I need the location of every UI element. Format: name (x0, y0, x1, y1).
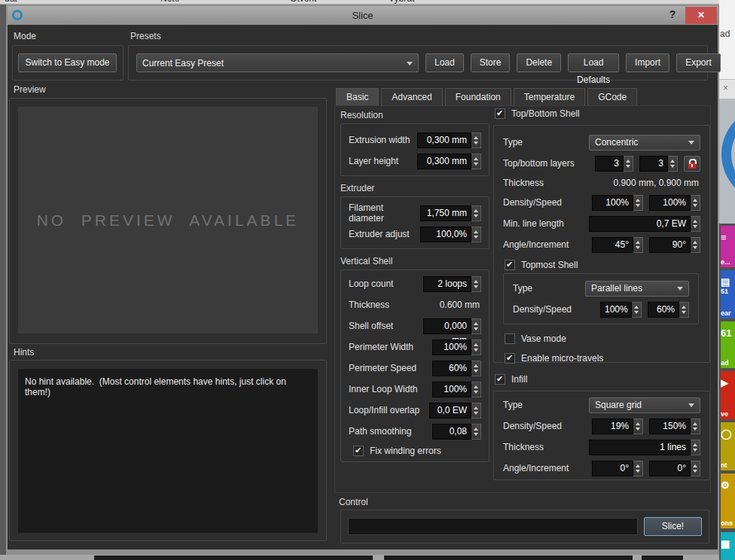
setting-row: Thickness 0.900 mm, 0.900 mm (494, 174, 709, 192)
tbs-type-combobox[interactable]: Concentric (589, 135, 700, 151)
spinner-buttons[interactable] (471, 276, 481, 292)
bg-text-fragment: Otvorit (290, 0, 316, 4)
spinner-buttons[interactable] (624, 156, 633, 172)
spinner-buttons[interactable] (691, 418, 700, 434)
spinner-buttons[interactable] (691, 237, 700, 253)
toolbar-button-print[interactable]: ◯ nt (721, 422, 735, 470)
setting-row: Top/bottom layers 3 3 (494, 153, 709, 174)
infill-speed-spinbox[interactable]: 150% (649, 418, 700, 434)
topmost-density-spinbox[interactable]: 100% (600, 302, 642, 318)
infill-type-combobox[interactable]: Square grid (589, 397, 700, 413)
topmost-shell-checkbox[interactable]: Topmost Shell (505, 260, 709, 270)
toolbar-button-clear[interactable]: ▤ 51 ear (721, 270, 735, 318)
tbs-increment-spinbox[interactable]: 90° (649, 237, 700, 253)
tab-temperature[interactable]: Temperature (514, 88, 585, 105)
titlebar[interactable]: Slice ? ✕ (8, 6, 718, 25)
spinner-buttons[interactable] (471, 403, 481, 418)
infill-thickness-spinbox[interactable]: 1 lines (589, 440, 700, 455)
close-button[interactable]: ✕ (685, 7, 717, 24)
spinner-buttons[interactable] (471, 227, 481, 242)
export-button[interactable]: Export (676, 53, 721, 72)
spinner-buttons[interactable] (633, 461, 643, 476)
load-button[interactable]: Load (425, 53, 464, 72)
spinner-buttons[interactable] (471, 205, 481, 221)
field-label: Min. line length (503, 218, 564, 229)
bg-right-panel: ad (719, 0, 735, 79)
spinner-buttons[interactable] (471, 361, 481, 376)
spinner-buttons[interactable] (691, 216, 700, 232)
filament-diameter-spinbox[interactable]: 1,750 mm (420, 205, 481, 221)
min-line-length-spinbox[interactable]: 0,7 EW (589, 216, 700, 232)
vertical-shell-group-label: Vertical Shell (340, 256, 392, 266)
load-defaults-button[interactable]: Load Defaults (568, 53, 619, 72)
toolbar-button-save[interactable]: ▶ ve (721, 371, 735, 419)
tbs-speed-spinbox[interactable]: 100% (649, 195, 700, 211)
tab-basic[interactable]: Basic (336, 88, 379, 106)
tab-foundation[interactable]: Foundation (445, 88, 511, 105)
extruder-adjust-spinbox[interactable]: 100,0% (420, 227, 481, 242)
micro-travels-checkbox[interactable]: Enable micro-travels (505, 350, 709, 367)
path-smoothing-spinbox[interactable]: 0,08 (432, 424, 481, 440)
spinner-buttons[interactable] (632, 302, 642, 318)
topmost-type-combobox[interactable]: Parallel lines (585, 281, 689, 297)
spinner-buttons[interactable] (471, 154, 481, 169)
field-value: 2 loops (423, 276, 471, 292)
delete-button[interactable]: Delete (517, 53, 561, 72)
tab-gcode[interactable]: GCode (587, 88, 637, 105)
spinner-buttons[interactable] (471, 382, 481, 397)
spinner-buttons[interactable] (471, 339, 481, 355)
settings-tabbar: Basic Advanced Foundation Temperature GC… (336, 88, 637, 106)
checkbox-icon (495, 374, 505, 385)
preset-combobox[interactable]: Current Easy Preset (136, 53, 419, 72)
preset-combobox-value: Current Easy Preset (142, 58, 224, 68)
topmost-shell-groupbox: Type Parallel lines Density/Speed 100% (503, 273, 699, 324)
spinner-buttons[interactable] (633, 418, 643, 434)
spinner-buttons[interactable] (691, 461, 700, 476)
topmost-speed-spinbox[interactable]: 60% (648, 302, 689, 318)
bottom-layers-spinbox[interactable]: 3 (639, 156, 678, 172)
tbs-angle-spinbox[interactable]: 45° (592, 237, 643, 253)
infill-angle-spinbox[interactable]: 0° (592, 461, 643, 476)
slice-button[interactable]: Slice! (644, 517, 702, 536)
spinner-buttons[interactable] (691, 440, 700, 455)
tab-advanced[interactable]: Advanced (381, 88, 442, 105)
infill-increment-spinbox[interactable]: 0° (649, 461, 700, 476)
layer-height-spinbox[interactable]: 0,300 mm (417, 154, 481, 169)
spinner-buttons[interactable] (668, 156, 678, 172)
field-value: 0,7 EW (589, 216, 691, 232)
toolbar-button-menu[interactable]: ≡ e... (721, 226, 735, 267)
help-button[interactable]: ? (666, 8, 679, 20)
inner-loop-width-spinbox[interactable]: 100% (432, 382, 481, 397)
bg-panel-close-button[interactable]: × (719, 79, 735, 99)
vase-mode-checkbox[interactable]: Vase mode (505, 330, 709, 347)
top-layers-spinbox[interactable]: 3 (595, 156, 633, 172)
extrusion-width-spinbox[interactable]: 0,300 mm (417, 132, 481, 148)
infill-density-spinbox[interactable]: 19% (592, 418, 643, 434)
loop-count-spinbox[interactable]: 2 loops (423, 276, 481, 292)
lock-ratio-button[interactable] (684, 156, 700, 172)
shell-offset-spinbox[interactable]: 0,000 mm (423, 318, 481, 334)
spinner-buttons[interactable] (691, 195, 700, 211)
store-button[interactable]: Store (471, 53, 511, 72)
setting-row: Angle/Increment 45° 90° (494, 234, 709, 255)
tbs-density-spinbox[interactable]: 100% (592, 195, 643, 211)
hints-text-area: No hint available. (Most control element… (18, 369, 318, 533)
perimeter-width-spinbox[interactable]: 100% (432, 339, 481, 355)
spinner-buttons[interactable] (471, 424, 481, 440)
spinner-buttons[interactable] (679, 302, 689, 318)
loop-infill-overlap-spinbox[interactable]: 0,0 EW (429, 403, 481, 418)
spinner-buttons[interactable] (633, 195, 643, 211)
spinner-buttons[interactable] (471, 132, 481, 148)
toolbar-button-partial[interactable]: ▦ (721, 532, 735, 560)
perimeter-speed-spinbox[interactable]: 60% (432, 361, 481, 376)
top-bottom-shell-checkbox[interactable]: Top/Bottom Shell (495, 108, 580, 119)
import-button[interactable]: Import (626, 53, 669, 72)
spinner-buttons[interactable] (633, 237, 643, 253)
spinner-buttons[interactable] (471, 318, 481, 334)
switch-easy-mode-button[interactable]: Switch to Easy mode (18, 53, 117, 72)
infill-checkbox[interactable]: Infill (495, 374, 527, 385)
field-label: Density/Speed (503, 421, 562, 431)
toolbar-button-load[interactable]: 61 ad (721, 321, 735, 368)
fix-winding-errors-checkbox[interactable]: Fix winding errors (353, 446, 441, 456)
toolbar-button-options[interactable]: ⚙ ons (721, 473, 735, 528)
